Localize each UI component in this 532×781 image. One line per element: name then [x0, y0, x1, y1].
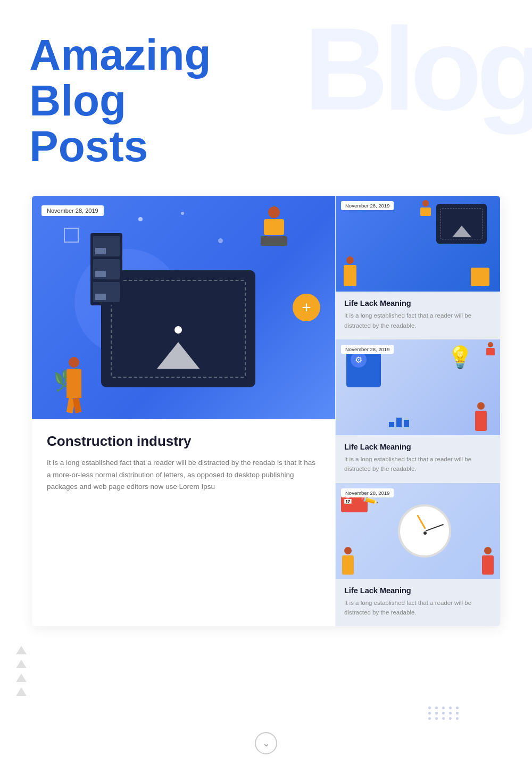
sp3-head-r: [484, 547, 492, 554]
person-laptop: [261, 236, 287, 246]
sp3-illustration: 📅 ✏️: [336, 483, 500, 579]
blog-container: November 28, 2019: [32, 196, 500, 626]
sidebar-post-content-3: Life Lack Meaning It is a long establish…: [336, 579, 500, 626]
woman-leg-right: [73, 397, 82, 413]
sidebar-post-excerpt-3: It is a long established fact that a rea…: [344, 598, 492, 618]
dot-13: [442, 717, 445, 720]
dot-14: [449, 717, 452, 720]
circle-deco-small: [64, 228, 79, 243]
woman-head: [69, 357, 79, 368]
sidebar-post-image-3: November 28, 2019 📅: [336, 483, 500, 579]
triangles-decoration: [16, 646, 27, 696]
sp3-person-right: [482, 547, 494, 575]
sp3-head-l: [344, 547, 352, 554]
filmstrip-frame-2: [93, 259, 120, 279]
watermark-text: Blog: [304, 11, 532, 128]
dot-9: [449, 712, 452, 714]
sp2-blocks: [389, 418, 409, 427]
scroll-down-button[interactable]: ⌄: [255, 732, 277, 754]
dot-1: [428, 707, 431, 709]
person-body: [264, 219, 284, 235]
block-1: [389, 422, 394, 427]
sp1-person-top: [420, 200, 431, 216]
page-title: Amazing Blog Posts: [29, 32, 253, 169]
dots-decoration: [428, 707, 460, 720]
filmstrip-decoration: [90, 233, 122, 305]
sidebar-post-date-1: November 28, 2019: [341, 201, 394, 210]
dot-2: [435, 707, 438, 709]
filmstrip-frame-3: [93, 282, 120, 302]
sp3-center-dot: [423, 531, 427, 535]
sidebar-post-date-2: November 28, 2019: [341, 345, 394, 354]
sp1-monitor: [436, 204, 487, 244]
dot-8: [442, 712, 445, 714]
person-top-right: [255, 206, 293, 249]
sp3-body-r: [482, 555, 494, 575]
triangle-2: [16, 660, 27, 668]
dot-deco-2: [181, 212, 184, 215]
sp2-person-right: [475, 402, 487, 431]
sidebar-post-excerpt-1: It is a long established fact that a rea…: [344, 311, 492, 330]
main-post-content: Construction industry It is a long estab…: [32, 419, 335, 508]
sidebar-post-date-3: November 28, 2019: [341, 488, 394, 497]
dot-deco-1: [138, 217, 143, 221]
sp1-box: [471, 268, 489, 286]
main-post-excerpt: It is a long established fact that a rea…: [47, 457, 320, 493]
dot-10: [456, 712, 459, 714]
dot-5: [456, 707, 459, 709]
main-post-date: November 28, 2019: [41, 205, 104, 216]
dot-4: [449, 707, 452, 709]
sidebar-posts: November 28, 2019: [335, 196, 500, 626]
dot-deco-3: [218, 238, 223, 243]
sidebar-post-title-1: Life Lack Meaning: [344, 299, 492, 308]
hero-section: Amazing Blog Posts Blog: [0, 0, 532, 190]
sp2-top-head: [488, 342, 493, 347]
sp1-body: [344, 265, 356, 286]
woman-figure-left: [66, 369, 81, 398]
sidebar-post-2[interactable]: November 28, 2019 ⚙ 💡: [336, 339, 500, 483]
sidebar-post-title-2: Life Lack Meaning: [344, 443, 492, 451]
block-3: [404, 420, 409, 427]
woman-body: [66, 369, 81, 398]
sp3-hour-hand: [417, 514, 426, 529]
sp1-top-body: [420, 207, 431, 216]
sp1-head: [346, 256, 354, 264]
sp2-body: [475, 411, 487, 431]
sp2-lightbulb: 💡: [447, 345, 473, 370]
dot-6: [428, 712, 431, 714]
dot-11: [428, 717, 431, 720]
triangle-4: [16, 687, 27, 696]
block-2: [396, 418, 402, 427]
person-head: [268, 206, 280, 218]
sp3-person-left: [342, 547, 354, 575]
sp2-illustration: ⚙ 💡: [336, 339, 500, 435]
sp1-mountain: [452, 226, 471, 237]
triangle-1: [16, 646, 27, 654]
sp2-safe-dial: ⚙: [351, 352, 367, 368]
sp3-clock: [398, 504, 451, 558]
main-post[interactable]: November 28, 2019: [32, 196, 335, 626]
sidebar-post-image-1: November 28, 2019: [336, 196, 500, 292]
mountain-shape: [157, 342, 200, 369]
sidebar-post-1[interactable]: November 28, 2019: [336, 196, 500, 339]
dot-12: [435, 717, 438, 720]
main-post-title: Construction industry: [47, 433, 320, 450]
sidebar-post-title-3: Life Lack Meaning: [344, 586, 492, 595]
plus-button[interactable]: +: [293, 294, 320, 321]
sp1-top-head: [422, 200, 429, 206]
sidebar-post-excerpt-2: It is a long established fact that a rea…: [344, 454, 492, 474]
sp1-person: [344, 256, 356, 286]
monitor-landscape: [157, 342, 200, 369]
sidebar-post-image-2: November 28, 2019 ⚙ 💡: [336, 339, 500, 435]
dot-15: [456, 717, 459, 720]
sidebar-post-content-2: Life Lack Meaning It is a long establish…: [336, 435, 500, 483]
sp2-head: [477, 402, 485, 410]
sp3-body-l: [342, 555, 354, 575]
sidebar-post-content-1: Life Lack Meaning It is a long establish…: [336, 292, 500, 339]
sp3-minute-hand: [425, 524, 444, 531]
dot-3: [442, 707, 445, 709]
sp2-person-top: [486, 342, 495, 355]
sp1-illustration: [336, 196, 500, 292]
sidebar-post-3[interactable]: November 28, 2019 📅: [336, 483, 500, 626]
mountain-dot: [174, 326, 182, 334]
